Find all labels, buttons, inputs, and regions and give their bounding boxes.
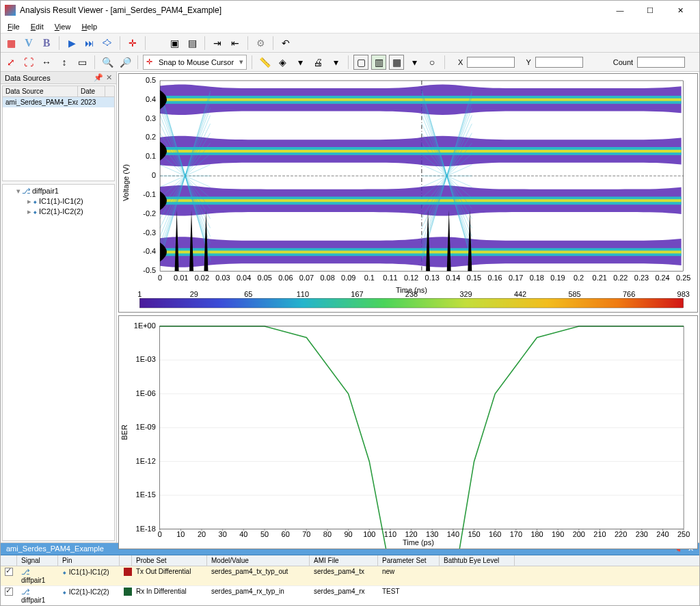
toolbar-primary: ▦ V B ▶ ⏭ ⧼⧽ ✛ ▣ ▤ ⇥ ⇤ ⚙ ↶ [1, 34, 699, 53]
toolbar-secondary: ⤢ ⛶ ↔ ↕ ▭ 🔍 🔎 Snap to Mouse Cursor 📏 ◈ ▾… [1, 53, 699, 72]
svg-text:1: 1 [137, 290, 142, 298]
svg-text:1E+00: 1E+00 [134, 321, 156, 330]
view-single-icon[interactable]: ▢ [353, 55, 368, 70]
svg-text:0.03: 0.03 [215, 274, 230, 282]
tool-a-icon[interactable]: ▣ [167, 36, 182, 51]
signal-col-header[interactable]: Bathtub Eye Level [440, 555, 515, 566]
svg-text:0.17: 0.17 [509, 274, 523, 282]
ber-view-button[interactable]: B [39, 36, 54, 51]
svg-text:210: 210 [593, 530, 606, 538]
signal-col-header[interactable]: Model/Value [207, 555, 310, 566]
svg-text:1E-12: 1E-12 [136, 457, 156, 465]
zoom-box-icon[interactable]: ▭ [75, 55, 90, 70]
data-source-row[interactable]: ami_Serdes_PAM4_Example 2023 [3, 97, 114, 107]
voltage-view-button[interactable]: V [21, 36, 36, 51]
svg-text:766: 766 [623, 290, 635, 298]
signal-col-header[interactable] [120, 555, 132, 566]
tool-d-icon[interactable]: ⇤ [228, 36, 243, 51]
svg-text:0.23: 0.23 [634, 274, 649, 282]
snap-dropdown[interactable]: Snap to Mouse Cursor [143, 55, 247, 70]
svg-text:0.1: 0.1 [364, 274, 375, 282]
signal-table[interactable]: SignalPinProbe SetModel/ValueAMI FilePar… [1, 555, 699, 605]
svg-text:-0.5: -0.5 [143, 266, 156, 274]
signal-col-header[interactable]: Signal [17, 555, 58, 566]
svg-text:-0.1: -0.1 [143, 190, 156, 198]
svg-text:442: 442 [514, 290, 526, 298]
zoom-fit-icon[interactable]: ⤢ [3, 55, 18, 70]
zoom-x-icon[interactable]: ↔ [39, 55, 54, 70]
svg-text:110: 110 [297, 290, 309, 298]
step-button[interactable]: ⏭ [82, 36, 97, 51]
signal-col-header[interactable]: Parameter Set [378, 555, 440, 566]
signal-col-header[interactable]: AMI File [310, 555, 378, 566]
col-date[interactable]: Date [78, 86, 105, 96]
dropdown-icon[interactable]: ▾ [293, 55, 308, 70]
window-title: Analysis Result Viewer - [ami_Serdes_PAM… [20, 5, 605, 15]
svg-text:0.4: 0.4 [146, 95, 156, 103]
signal-tree[interactable]: ▾⎇diffpair1 ▸⬥IC1(1)-IC1(2) ▸⬥IC2(1)-IC2… [2, 184, 115, 541]
print-icon[interactable]: 🖨 [310, 55, 325, 70]
svg-text:0.24: 0.24 [655, 274, 669, 282]
waveform-icon[interactable]: ⧼⧽ [100, 36, 115, 51]
undo-icon[interactable]: ↶ [278, 36, 293, 51]
minimize-button[interactable]: — [605, 1, 635, 20]
dropdown2-icon[interactable]: ▾ [328, 55, 343, 70]
svg-text:0.14: 0.14 [446, 274, 460, 282]
tree-root[interactable]: ▾⎇diffpair1 [4, 186, 113, 196]
signal-col-header[interactable] [1, 555, 17, 566]
gear-icon[interactable]: ⚙ [253, 36, 268, 51]
svg-text:238: 238 [405, 290, 418, 298]
signal-col-header[interactable]: Pin [58, 555, 120, 566]
pin-icon[interactable]: 📌 [94, 73, 103, 82]
play-button[interactable]: ▶ [64, 36, 79, 51]
menu-file[interactable]: File [2, 21, 25, 32]
zoom-out-icon[interactable]: 🔎 [118, 55, 133, 70]
signal-row[interactable]: ⎇ diffpair1⬥ IC2(1)-IC2(2)Rx In Differen… [1, 586, 699, 605]
svg-text:585: 585 [568, 290, 580, 298]
view-d-icon[interactable]: ▾ [407, 55, 422, 70]
svg-text:-0.3: -0.3 [143, 228, 156, 237]
close-panel-icon[interactable]: ✕ [106, 73, 112, 82]
marker-icon[interactable]: ◈ [275, 55, 290, 70]
zoom-in-icon[interactable]: 🔍 [100, 55, 115, 70]
view-circle-icon[interactable]: ○ [425, 55, 440, 70]
svg-text:329: 329 [459, 290, 472, 298]
view-split-icon[interactable]: ▥ [371, 55, 386, 70]
tree-child[interactable]: ▸⬥IC2(1)-IC2(2) [4, 207, 113, 217]
tool-c-icon[interactable]: ⇥ [210, 36, 225, 51]
svg-text:0.01: 0.01 [174, 274, 188, 282]
svg-text:0.11: 0.11 [383, 274, 397, 282]
svg-text:0.15: 0.15 [467, 274, 481, 282]
svg-text:983: 983 [677, 290, 690, 298]
zoom-y-icon[interactable]: ↕ [57, 55, 72, 70]
svg-marker-41 [160, 250, 682, 253]
grid-icon[interactable]: ▦ [3, 36, 18, 51]
crosshair-icon[interactable]: ✛ [125, 36, 140, 51]
signal-row[interactable]: ⎇ diffpair1⬥ IC1(1)-IC1(2)Tx Out Differe… [1, 566, 699, 586]
svg-text:30: 30 [219, 530, 227, 538]
tool-b-icon[interactable]: ▤ [185, 36, 200, 51]
signal-col-header[interactable]: Probe Set [132, 555, 207, 566]
zoom-area-icon[interactable]: ⛶ [21, 55, 36, 70]
ruler-icon[interactable]: 📏 [257, 55, 272, 70]
svg-text:180: 180 [530, 530, 543, 538]
svg-text:1E-18: 1E-18 [136, 525, 156, 533]
maximize-button[interactable]: ☐ [635, 1, 665, 20]
menu-view[interactable]: View [49, 21, 77, 32]
app-icon [5, 5, 16, 16]
bathtub-plot[interactable]: 1E+001E-031E-061E-091E-121E-151E-1801020… [118, 315, 698, 549]
signal-table-panel: ami_Serdes_PAM4_Example 📌✕ SignalPinProb… [1, 542, 699, 605]
data-source-grid[interactable]: Data Source Date ami_Serdes_PAM4_Example… [2, 85, 115, 181]
count-label: Count [613, 58, 633, 66]
eye-diagram-plot[interactable]: -0.5-0.4-0.3-0.2-0.100.10.20.30.40.500.0… [118, 73, 698, 313]
col-data-source[interactable]: Data Source [3, 86, 78, 96]
svg-text:0.22: 0.22 [613, 274, 628, 282]
tree-child[interactable]: ▸⬥IC1(1)-IC1(2) [4, 196, 113, 207]
close-button[interactable]: ✕ [665, 1, 695, 20]
menu-help[interactable]: Help [76, 21, 103, 32]
x-readout [467, 57, 515, 68]
svg-text:140: 140 [447, 530, 459, 538]
menu-edit[interactable]: Edit [25, 21, 49, 32]
view-grid-icon[interactable]: ▦ [389, 55, 404, 70]
svg-text:0: 0 [158, 274, 162, 282]
